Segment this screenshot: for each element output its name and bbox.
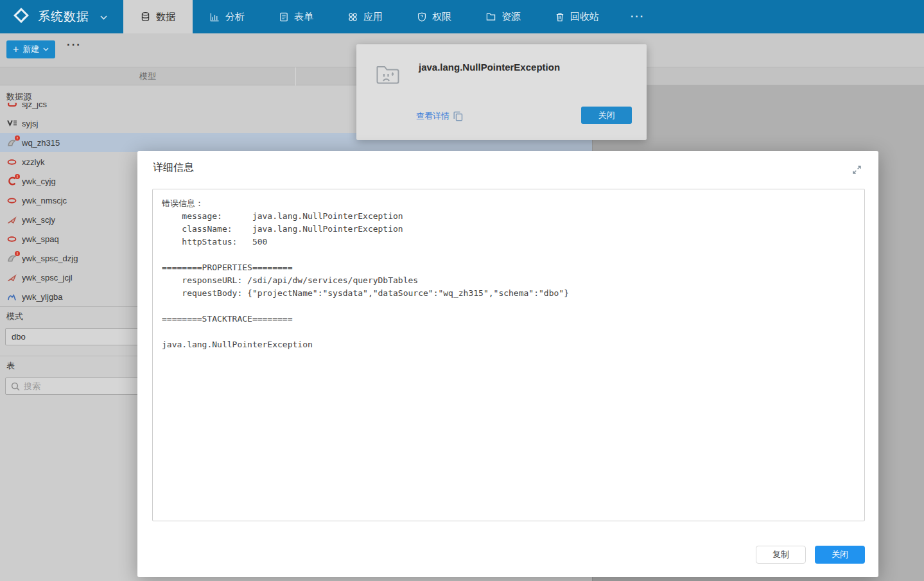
tab-label: 数据 [156, 11, 175, 23]
bird-icon [6, 214, 17, 225]
alert-badge: ! [15, 174, 20, 179]
chart-icon [210, 12, 220, 22]
top-nav: 系统数据 数据分析表单应用权限资源回收站 ··· [0, 0, 924, 33]
datasource-label: ywk_scjy [22, 215, 55, 225]
nav-more-button[interactable]: ··· [616, 0, 659, 33]
alert-badge: ! [15, 135, 20, 141]
tab-label: 应用 [363, 11, 383, 23]
error-detail-text: 错误信息： message: java.lang.NullPointerExce… [162, 197, 855, 351]
search-icon [11, 382, 20, 391]
copy-icon[interactable] [453, 111, 463, 121]
schema-section-label: 模式 [6, 311, 23, 322]
tab-资源[interactable]: 资源 [469, 0, 538, 33]
db-red-icon [6, 103, 17, 110]
datasource-label: ywk_spsc_dzjg [22, 254, 78, 263]
datasource-label: ywk_nmscjc [22, 196, 67, 205]
new-button[interactable]: + 新建 [6, 40, 55, 58]
plus-icon: + [13, 44, 19, 55]
datasource-label: sjz_jcs [22, 103, 47, 109]
view-details-link[interactable]: 查看详情 [416, 110, 463, 122]
app-switcher[interactable]: 系统数据 [0, 0, 123, 33]
vertica-icon [6, 118, 17, 129]
toolbar-more-button[interactable]: ··· [67, 39, 82, 51]
error-toast: java.lang.NullPointerException 查看详情 关闭 [356, 44, 647, 140]
shield-icon [417, 12, 426, 22]
datasource-label: wq_zh315 [22, 138, 60, 148]
database-icon [141, 12, 150, 22]
app-title: 系统数据 [38, 8, 89, 25]
datasource-label: ywk_spaq [22, 234, 59, 244]
oracle-icon [6, 234, 17, 245]
column-model[interactable]: 模型 [0, 67, 296, 85]
tab-数据[interactable]: 数据 [123, 0, 193, 33]
tab-回收站[interactable]: 回收站 [538, 0, 616, 33]
copy-button[interactable]: 复制 [756, 546, 806, 564]
db-c-icon: ! [6, 176, 17, 187]
folder-icon [486, 12, 496, 21]
app-logo-icon [12, 6, 31, 28]
db-gray-icon: ! [6, 253, 17, 264]
nav-tabs: 数据分析表单应用权限资源回收站 [123, 0, 616, 33]
modal-close-button[interactable]: 关闭 [815, 546, 865, 564]
tab-label: 回收站 [570, 11, 599, 23]
table-section-label: 表 [6, 360, 15, 372]
tab-label: 表单 [294, 11, 313, 23]
chevron-down-icon [100, 11, 107, 22]
db-gray-icon: ! [6, 137, 17, 148]
datasource-label: xzzlyk [22, 157, 44, 167]
toast-title: java.lang.NullPointerException [419, 62, 560, 73]
sad-folder-icon [374, 61, 401, 91]
tab-label: 分析 [225, 11, 245, 23]
tab-权限[interactable]: 权限 [400, 0, 469, 33]
tab-label: 权限 [432, 11, 451, 23]
oracle-icon [6, 157, 17, 168]
app-root: 系统数据 数据分析表单应用权限资源回收站 ··· + 新建 ··· 模型 数据源… [0, 0, 924, 581]
modal-title: 详细信息 [153, 161, 194, 175]
detail-modal: 详细信息 错误信息： message: java.lang.NullPointe… [137, 151, 878, 577]
expand-icon[interactable] [852, 165, 862, 177]
blue-swoosh-icon [6, 291, 17, 302]
error-detail-box[interactable]: 错误信息： message: java.lang.NullPointerExce… [152, 189, 865, 521]
datasource-label: ywk_cyjg [22, 177, 56, 186]
form-icon [279, 12, 288, 22]
trash-icon [555, 12, 564, 22]
tab-应用[interactable]: 应用 [331, 0, 400, 33]
apps-icon [348, 12, 358, 22]
bird-icon [6, 272, 17, 283]
datasource-label: ywk_spsc_jcjl [22, 273, 73, 282]
oracle-icon [6, 195, 17, 206]
chevron-down-icon [43, 48, 49, 51]
toast-close-button[interactable]: 关闭 [581, 107, 632, 124]
datasource-label: ywk_yljgba [22, 292, 63, 302]
tab-分析[interactable]: 分析 [193, 0, 262, 33]
datasource-section-label: 数据源 [6, 91, 31, 103]
datasource-label: syjsj [22, 119, 38, 128]
tab-label: 资源 [501, 11, 521, 23]
alert-badge: ! [15, 251, 20, 256]
tab-表单[interactable]: 表单 [262, 0, 331, 33]
